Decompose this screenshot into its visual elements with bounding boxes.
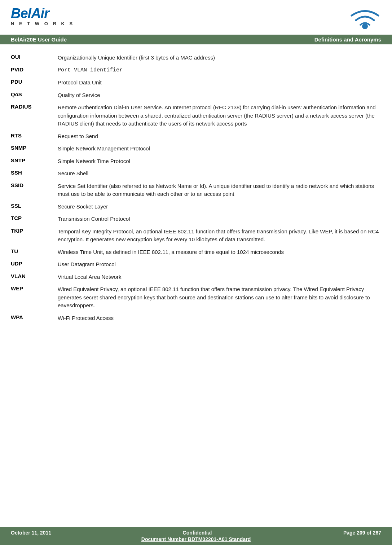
footer-confidential: Confidential — [183, 530, 212, 536]
table-row: RADIUSRemote Authentication Dial-In User… — [11, 101, 381, 130]
term-label: VLAN — [11, 271, 58, 284]
term-definition: Temporal Key Integrity Protocol, an opti… — [58, 225, 381, 246]
logo-icon — [349, 6, 381, 31]
footer-top: October 11, 2011 Confidential Page 209 o… — [11, 530, 381, 536]
term-label: RTS — [11, 130, 58, 143]
header: BelAir N E T W O R K S — [0, 0, 392, 35]
term-label: SSID — [11, 180, 58, 201]
term-definition: Request to Send — [58, 130, 381, 143]
svg-point-0 — [362, 23, 368, 29]
table-row: SNMPSimple Network Management Protocol — [11, 142, 381, 155]
table-row: SSIDService Set Identifier (also referre… — [11, 180, 381, 201]
term-definition: Organizationally Unique Identifier (firs… — [58, 52, 381, 64]
footer-date: October 11, 2011 — [11, 530, 51, 536]
term-definition: Secure Socket Layer — [58, 201, 381, 213]
term-label: TU — [11, 246, 58, 259]
logo-networks-text: N E T W O R K S — [11, 21, 74, 26]
table-row: PVIDPort VLAN identifier — [11, 64, 381, 77]
term-label: PDU — [11, 76, 58, 89]
term-label: UDP — [11, 258, 58, 271]
term-definition: Remote Authentication Dial-In User Servi… — [58, 101, 381, 130]
table-row: VLANVirtual Local Area Network — [11, 271, 381, 284]
term-label: TCP — [11, 213, 58, 225]
table-row: TKIPTemporal Key Integrity Protocol, an … — [11, 225, 381, 246]
footer-page: Page 209 of 267 — [343, 530, 381, 536]
term-label: QoS — [11, 89, 58, 102]
term-label: OUI — [11, 52, 58, 64]
term-label: PVID — [11, 64, 58, 77]
table-row: SNTPSimple Network Time Protocol — [11, 155, 381, 168]
term-definition: User Datagram Protocol — [58, 258, 381, 271]
term-definition: Simple Network Management Protocol — [58, 142, 381, 155]
table-row: PDUProtocol Data Unit — [11, 76, 381, 89]
term-label: WEP — [11, 283, 58, 312]
footer-document: Document Number BDTM02201-A01 Standard — [141, 536, 251, 542]
content: OUIOrganizationally Unique Identifier (f… — [0, 44, 392, 331]
logo-belair-text: BelAir — [11, 6, 74, 20]
term-label: SSL — [11, 201, 58, 213]
nav-bar: BelAir20E User Guide Definitions and Acr… — [0, 35, 392, 44]
term-definition: Service Set Identifier (also referred to… — [58, 180, 381, 201]
term-definition: Transmission Control Protocol — [58, 213, 381, 225]
term-definition: Secure Shell — [58, 167, 381, 180]
table-row: WEPWired Equivalent Privacy, an optional… — [11, 283, 381, 312]
term-definition: Simple Network Time Protocol — [58, 155, 381, 168]
table-row: RTSRequest to Send — [11, 130, 381, 143]
table-row: SSHSecure Shell — [11, 167, 381, 180]
term-definition: Protocol Data Unit — [58, 76, 381, 89]
term-label: SNTP — [11, 155, 58, 168]
term-definition: Wi-Fi Protected Access — [58, 312, 381, 325]
term-table: OUIOrganizationally Unique Identifier (f… — [11, 52, 381, 324]
term-definition: Quality of Service — [58, 89, 381, 102]
term-definition: Wired Equivalent Privacy, an optional IE… — [58, 283, 381, 312]
table-row: QoSQuality of Service — [11, 89, 381, 102]
term-label: WPA — [11, 312, 58, 325]
nav-section: Definitions and Acronyms — [314, 36, 381, 43]
term-definition: Wireless Time Unit, as defined in IEEE 8… — [58, 246, 381, 259]
table-row: SSLSecure Socket Layer — [11, 201, 381, 213]
table-row: UDPUser Datagram Protocol — [11, 258, 381, 271]
term-definition: Port VLAN identifier — [58, 64, 381, 77]
nav-title: BelAir20E User Guide — [11, 36, 67, 43]
term-label: SNMP — [11, 142, 58, 155]
term-label: TKIP — [11, 225, 58, 246]
table-row: TCPTransmission Control Protocol — [11, 213, 381, 225]
term-label: SSH — [11, 167, 58, 180]
table-row: WPAWi-Fi Protected Access — [11, 312, 381, 325]
term-definition: Virtual Local Area Network — [58, 271, 381, 284]
logo-area: BelAir N E T W O R K S — [11, 6, 74, 26]
table-row: TUWireless Time Unit, as defined in IEEE… — [11, 246, 381, 259]
footer: October 11, 2011 Confidential Page 209 o… — [0, 527, 392, 545]
table-row: OUIOrganizationally Unique Identifier (f… — [11, 52, 381, 64]
term-label: RADIUS — [11, 101, 58, 130]
